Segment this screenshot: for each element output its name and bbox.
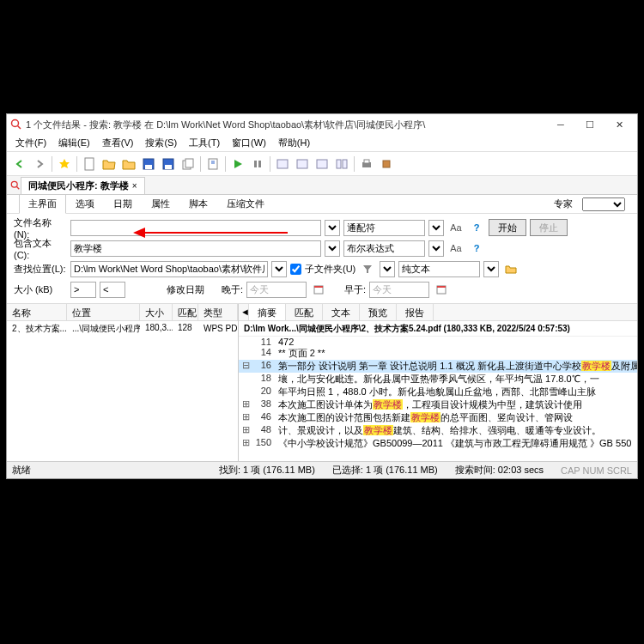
text-line[interactable]: ⊞38本次施工图设计单体为教学楼，工程项目设计规模为中型，建筑设计使用 (239, 398, 637, 411)
menu-file[interactable]: 文件(F) (10, 135, 52, 151)
filter-dropdown[interactable] (380, 261, 395, 277)
expert-dropdown[interactable] (582, 197, 625, 211)
close-button[interactable]: ✕ (605, 114, 634, 135)
tab-preview[interactable]: 预览 (360, 304, 397, 320)
tab-summary[interactable]: 摘要 (249, 304, 286, 320)
late-label: 晚于: (222, 283, 243, 296)
text-line[interactable]: 18壤，北与安化毗连。新化县属中亚热带季风气候区，年平均气温 17.8.0℃，一 (239, 373, 637, 386)
back-button[interactable] (10, 155, 29, 173)
maximize-button[interactable]: ☐ (575, 114, 605, 135)
contains-history[interactable] (325, 240, 340, 257)
text-line[interactable]: ⊞46本次施工图的设计范围包括新建教学楼的总平面图、竖向设计、管网设 (239, 411, 637, 424)
help-icon-2[interactable]: ? (468, 240, 485, 257)
col-match[interactable]: 匹配 (173, 304, 198, 320)
tab-text[interactable]: 文本 (323, 304, 360, 320)
location-label: 查找位置(L): (14, 263, 67, 276)
text-view[interactable]: 1147214** 页面 2 **⊟16第一部分 设计说明 第一章 设计总说明 … (239, 337, 637, 461)
tabbar: 同城便民小程序: 教学楼 × (7, 176, 637, 195)
location-history[interactable] (271, 261, 287, 277)
tab-matches[interactable]: 匹配 (286, 304, 323, 320)
view4-button[interactable] (332, 155, 351, 173)
view2-button[interactable] (293, 155, 312, 173)
prev-tab-icon[interactable]: ◄ (239, 304, 249, 320)
pause-button[interactable] (248, 155, 267, 173)
view1-button[interactable] (273, 155, 292, 173)
calendar-icon-1[interactable] (310, 282, 327, 298)
text-line[interactable]: ⊞48计、景观设计，以及教学楼建筑、结构、给排水、强弱电、暖通等专业设计。 (239, 424, 637, 437)
size-lt-input[interactable] (100, 282, 125, 298)
size-gt-input[interactable] (70, 282, 96, 298)
menu-view[interactable]: 查看(V) (97, 135, 139, 151)
plaintext-select[interactable] (398, 261, 480, 277)
folder-button[interactable] (119, 155, 138, 173)
svg-rect-13 (297, 160, 307, 168)
text-line[interactable]: ⊟16第一部分 设计说明 第一章 设计总说明 1.1 概况 新化县上渡街道中心学… (239, 360, 637, 373)
case-toggle-2[interactable]: Aa (447, 240, 465, 257)
save-as-button[interactable] (159, 155, 178, 173)
form-area: 文件名称(N): Aa ? 开始 停止 包含文本(C): Aa ? 查找位置(L… (7, 214, 637, 304)
result-row[interactable]: 2、技术方案... ...\同城便民小程序\ 180,3... 128 WPS … (7, 321, 238, 337)
status-ready: 就绪 (12, 464, 31, 477)
svg-rect-23 (314, 286, 323, 288)
svg-line-1 (18, 126, 21, 130)
play-button[interactable] (228, 155, 247, 173)
boolean-dropdown[interactable] (428, 240, 444, 257)
menu-edit[interactable]: 编辑(E) (53, 135, 95, 151)
svg-rect-25 (437, 286, 446, 288)
wildcard-select[interactable] (343, 220, 425, 236)
text-line[interactable]: 20年平均日照 1，488.0 小时。新化县地貌属山丘盆地，西部、北部雪峰山主脉 (239, 386, 637, 398)
contains-input[interactable] (70, 240, 321, 257)
plaintext-dropdown[interactable] (483, 261, 499, 277)
search-tab[interactable]: 同城便民小程序: 教学楼 × (21, 177, 145, 194)
menu-search[interactable]: 搜索(S) (140, 135, 182, 151)
open-button[interactable] (100, 155, 118, 173)
subtab-zip[interactable]: 压缩文件 (217, 194, 274, 214)
location-input[interactable] (70, 261, 268, 277)
start-button[interactable]: 开始 (489, 219, 526, 236)
subtab-options[interactable]: 选项 (66, 194, 104, 214)
subtab-script[interactable]: 脚本 (179, 194, 217, 214)
menu-tools[interactable]: 工具(T) (184, 135, 225, 151)
subfolders-checkbox[interactable] (290, 264, 301, 275)
text-line[interactable]: ⊞150 《中小学校设计规范》GB50099—2011 《建筑与市政工程无障碍通… (239, 437, 637, 450)
filename-history[interactable] (325, 220, 340, 236)
menu-help[interactable]: 帮助(H) (273, 135, 315, 151)
help-icon[interactable]: ? (468, 220, 485, 236)
date-before-input[interactable] (369, 282, 429, 298)
filename-input[interactable] (70, 220, 321, 236)
forward-button[interactable] (30, 155, 49, 173)
tab-close-icon[interactable]: × (132, 181, 137, 191)
boolean-select[interactable] (343, 240, 425, 257)
new-doc-button[interactable] (80, 155, 99, 173)
subtab-main[interactable]: 主界面 (19, 194, 66, 214)
save-button[interactable] (139, 155, 158, 173)
date-after-input[interactable] (246, 282, 307, 298)
favorite-button[interactable] (55, 155, 74, 173)
subtab-attrs[interactable]: 属性 (142, 194, 179, 214)
subtab-date[interactable]: 日期 (104, 194, 142, 214)
calendar-icon-2[interactable] (433, 282, 450, 298)
minimize-button[interactable]: ─ (546, 114, 575, 135)
col-name[interactable]: 名称 (7, 304, 67, 320)
tab-report[interactable]: 报告 (397, 304, 434, 320)
refresh-button[interactable] (204, 155, 222, 173)
copy-button[interactable] (179, 155, 197, 173)
svg-line-21 (16, 186, 19, 189)
col-size[interactable]: 大小 (140, 304, 173, 320)
svg-rect-19 (383, 161, 390, 167)
tools-button[interactable] (377, 155, 396, 173)
filter-icon[interactable] (359, 261, 376, 277)
view3-button[interactable] (313, 155, 331, 173)
menu-window[interactable]: 窗口(W) (227, 135, 271, 151)
wildcard-dropdown[interactable] (428, 220, 444, 236)
text-line[interactable]: 11472 (239, 337, 637, 347)
svg-rect-2 (85, 158, 94, 170)
text-line[interactable]: 14** 页面 2 ** (239, 347, 637, 360)
print-button[interactable] (357, 155, 376, 173)
col-location[interactable]: 位置 (67, 304, 140, 320)
search-icon (10, 118, 22, 131)
col-type[interactable]: 类型 (198, 304, 238, 320)
stop-button[interactable]: 停止 (530, 219, 568, 236)
case-toggle[interactable]: Aa (447, 220, 465, 236)
browse-icon[interactable] (502, 261, 519, 277)
